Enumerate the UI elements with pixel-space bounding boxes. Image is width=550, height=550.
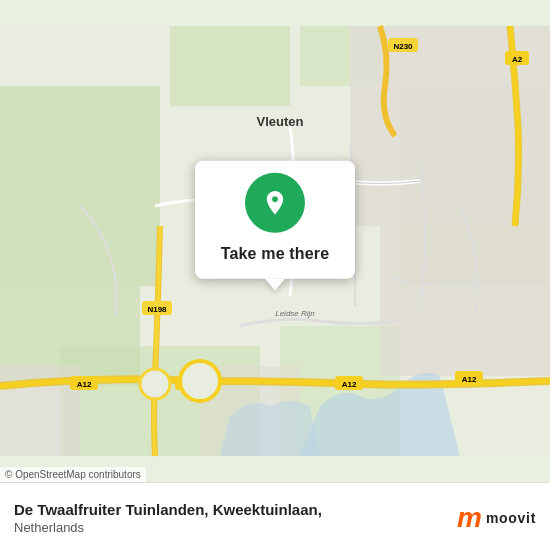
app-container: A12 A12 A12 A12 N198 N230 <box>0 0 550 550</box>
map-area: A12 A12 A12 A12 N198 N230 <box>0 0 550 482</box>
map-attribution: © OpenStreetMap contributors <box>0 467 146 482</box>
svg-text:A12: A12 <box>462 375 477 384</box>
svg-rect-9 <box>380 226 550 376</box>
svg-text:Vleuten: Vleuten <box>257 114 304 129</box>
popup-icon-background <box>245 173 305 233</box>
svg-rect-1 <box>0 86 160 286</box>
location-pin-icon <box>261 189 289 217</box>
svg-text:N198: N198 <box>147 305 167 314</box>
popup-card: Take me there <box>195 161 355 279</box>
svg-text:A12: A12 <box>342 380 357 389</box>
take-me-there-button[interactable]: Take me there <box>217 243 334 265</box>
popup-tail <box>265 279 285 291</box>
moovit-wordmark: moovit <box>486 510 536 526</box>
location-info: De Twaalfruiter Tuinlanden, Kweektuinlaa… <box>14 500 457 535</box>
svg-point-27 <box>180 361 220 401</box>
location-country: Netherlands <box>14 520 457 535</box>
svg-text:Leidse Rijn: Leidse Rijn <box>275 309 315 318</box>
svg-rect-3 <box>170 26 290 106</box>
svg-point-28 <box>140 369 170 399</box>
moovit-letter: m <box>457 504 482 532</box>
map-background: A12 A12 A12 A12 N198 N230 <box>0 0 550 482</box>
location-name: De Twaalfruiter Tuinlanden, Kweektuinlaa… <box>14 500 457 520</box>
info-bar: De Twaalfruiter Tuinlanden, Kweektuinlaa… <box>0 482 550 550</box>
svg-text:A12: A12 <box>77 380 92 389</box>
svg-text:N230: N230 <box>393 42 413 51</box>
svg-text:A2: A2 <box>512 55 523 64</box>
moovit-logo: m moovit <box>457 504 536 532</box>
